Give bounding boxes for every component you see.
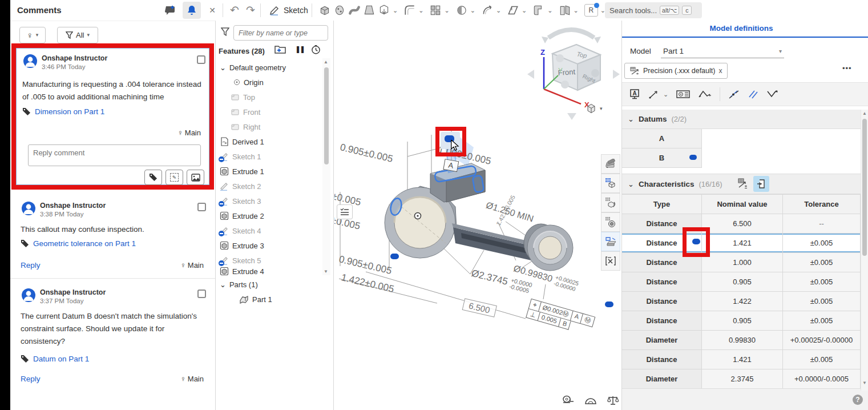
comment-bubble-distance-row[interactable]	[692, 239, 700, 244]
tree-item-top-plane[interactable]: Top	[231, 90, 255, 104]
undo-button[interactable]: ↶	[227, 2, 242, 17]
reply-link[interactable]: Reply	[21, 261, 41, 270]
datums-section-header[interactable]: ⌄ Datums (2/2)	[622, 110, 861, 129]
gtol-frame-tool-icon[interactable]	[676, 89, 690, 99]
resolve-checkbox[interactable]	[197, 55, 205, 64]
table-row-cell[interactable]: Diameter	[622, 331, 702, 350]
section-view-button[interactable]	[601, 212, 620, 232]
sheet-metal-icon[interactable]	[532, 4, 545, 17]
appearance-button[interactable]	[601, 154, 620, 174]
help-button[interactable]: ?	[853, 395, 863, 405]
markup-button[interactable]: ✎	[165, 170, 183, 185]
scroll-up-arrow[interactable]: ▲	[324, 59, 328, 65]
tree-item-sketch4[interactable]: Sketch 4	[220, 224, 261, 238]
tree-item-sketch1[interactable]: Sketch 1	[220, 150, 261, 163]
loft-icon[interactable]	[363, 4, 376, 17]
feature-filter-input[interactable]	[233, 25, 328, 41]
mass-properties-icon[interactable]	[607, 395, 619, 405]
col-header-tolerance[interactable]: Tolerance	[783, 195, 861, 214]
table-row-cell[interactable]: Distance	[622, 311, 702, 331]
pattern-icon[interactable]	[429, 4, 442, 17]
scroll-up-arrow[interactable]: ▲	[862, 111, 867, 116]
parallel-lines-tool-icon[interactable]	[748, 89, 758, 99]
point-to-line-tool-icon[interactable]	[728, 89, 740, 99]
tree-item-part1[interactable]: Part 1	[239, 292, 272, 306]
tree-item-sketch3[interactable]: Sketch 3	[220, 194, 261, 208]
table-row-cell[interactable]: Distance	[622, 350, 702, 369]
export-characteristics-button[interactable]	[753, 176, 769, 192]
fillet-caret[interactable]: ⌄	[418, 7, 423, 14]
variables-button[interactable]	[601, 251, 620, 271]
characteristics-section-header[interactable]: ⌄ Characteristics (16/16)	[622, 174, 861, 194]
chip-remove[interactable]: x	[718, 67, 722, 75]
graphics-viewport[interactable]: Top Front Right Z X Y ▾	[334, 21, 622, 410]
precision-filter-chip[interactable]: Precision (.xxx default) x	[624, 63, 728, 79]
comment-bubble-datum-b[interactable]	[689, 155, 697, 160]
search-tools-box[interactable]: Search tools... alt/⌥ c	[605, 2, 702, 18]
comment-bubble-fcf[interactable]	[605, 302, 613, 307]
mirror-caret[interactable]: ⌄	[470, 7, 475, 14]
model-select[interactable]: Part 1 ▾	[661, 45, 784, 58]
tree-item-derived[interactable]: Derived 1	[220, 135, 264, 148]
insert-image-button[interactable]	[187, 170, 204, 185]
tree-item-front-plane[interactable]: Front	[231, 105, 260, 119]
tree-item-origin[interactable]: Origin	[233, 75, 264, 89]
plane-caret[interactable]: ⌄	[522, 7, 527, 14]
fillet-icon[interactable]	[403, 4, 416, 17]
comment-tag-link[interactable]: Datum on Part 1	[21, 355, 89, 363]
pattern-caret[interactable]: ⌄	[444, 7, 449, 14]
revolve-icon[interactable]	[333, 4, 346, 17]
close-comments-icon[interactable]: ✕	[207, 5, 218, 16]
leader-note-tool-icon[interactable]	[698, 89, 712, 99]
col-header-type[interactable]: Type	[622, 195, 702, 214]
comment-tag-link[interactable]: Dimension on Part 1	[22, 107, 104, 116]
scroll-thumb[interactable]	[862, 119, 867, 256]
redo-button[interactable]: ↷	[243, 2, 258, 17]
dimension-tool-icon[interactable]	[648, 89, 660, 99]
datum-row-a[interactable]: A	[622, 129, 702, 148]
exploded-view-button[interactable]	[601, 232, 620, 251]
panel-tab-model-definitions[interactable]: Model definitions	[622, 24, 861, 33]
datum-flag-a[interactable]: A	[443, 159, 459, 172]
part-model[interactable]	[334, 21, 622, 410]
plane-icon[interactable]	[507, 4, 519, 17]
right-panel-scrollbar[interactable]: ▲ ▼	[861, 110, 868, 391]
notifications-bell-button[interactable]	[183, 2, 201, 19]
table-row-cell[interactable]: Distance	[622, 272, 702, 292]
table-row-cell[interactable]: Diameter	[622, 369, 702, 389]
rollback-clock-icon[interactable]	[311, 45, 321, 54]
col-header-nominal[interactable]: Nominal value	[702, 195, 783, 214]
scroll-down-arrow[interactable]: ▼	[324, 269, 328, 274]
draft-icon[interactable]	[481, 4, 494, 17]
comment-card-expanded[interactable]: Onshape Instructor 3:46 PM Today Manufac…	[16, 48, 209, 185]
tree-item-extrude2[interactable]: Extrude 2	[220, 209, 264, 223]
tree-item-right-plane[interactable]: Right	[231, 120, 260, 134]
parts-section-header[interactable]: ⌄ Parts (1)	[220, 278, 258, 291]
scroll-thumb[interactable]	[324, 67, 329, 164]
comment-card[interactable]: Onshape Instructor 3:37 PM Today The cur…	[10, 279, 215, 393]
datum-row-b[interactable]: B	[622, 148, 702, 168]
tree-item-extrude1[interactable]: Extrude 1	[220, 164, 264, 178]
sketch-button[interactable]: Sketch	[265, 2, 313, 18]
thicken-icon[interactable]	[378, 4, 390, 17]
new-folder-icon[interactable]	[274, 45, 286, 54]
comment-pin-filter-button[interactable]: ♀ ▾	[19, 27, 46, 43]
split-caret[interactable]: ⌄	[574, 7, 579, 14]
display-table-cube-button[interactable]	[601, 174, 620, 193]
protractor-icon[interactable]	[584, 395, 597, 405]
draft-caret[interactable]: ⌄	[496, 7, 501, 14]
tree-item-extrude4[interactable]: Extrude 4	[220, 267, 264, 275]
mirror-icon[interactable]	[455, 4, 468, 17]
tree-item-default-geometry[interactable]: ⌄ Default geometry	[220, 61, 286, 74]
datum-tool-icon[interactable]: A	[629, 89, 640, 100]
add-comment-icon[interactable]	[163, 3, 178, 17]
suppress-pause-icon[interactable]: ❚❚	[295, 45, 304, 53]
overflow-menu-button[interactable]: •••	[842, 64, 852, 73]
sheet-metal-caret[interactable]: ⌄	[547, 7, 552, 14]
profile-tool-icon[interactable]	[766, 89, 778, 99]
feature-list-toggle-button[interactable]	[337, 204, 353, 219]
tree-item-sketch5[interactable]: Sketch 5	[220, 254, 261, 267]
tolerance-table-icon[interactable]	[737, 178, 749, 190]
rotate-cube-button[interactable]	[601, 193, 620, 212]
scroll-down-arrow[interactable]: ▼	[862, 380, 867, 385]
